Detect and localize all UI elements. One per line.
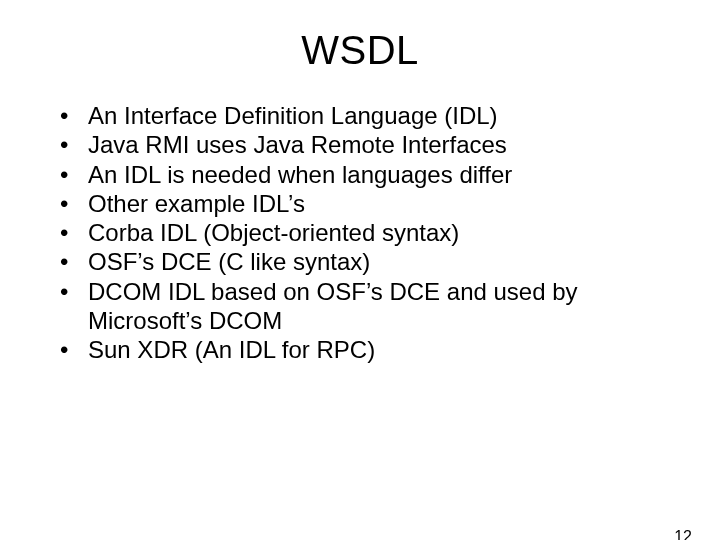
bullet-dot-icon: • — [54, 335, 88, 364]
bullet-text: Java RMI uses Java Remote Interfaces — [88, 130, 666, 159]
list-item: • Sun XDR (An IDL for RPC) — [54, 335, 666, 364]
slide: WSDL • An Interface Definition Language … — [0, 28, 720, 540]
bullet-text: Other example IDL’s — [88, 189, 666, 218]
list-item: • OSF’s DCE (C like syntax) — [54, 247, 666, 276]
list-item: • An IDL is needed when languages differ — [54, 160, 666, 189]
bullet-text: OSF’s DCE (C like syntax) — [88, 247, 666, 276]
list-item: • An Interface Definition Language (IDL) — [54, 101, 666, 130]
list-item: • Other example IDL’s — [54, 189, 666, 218]
bullet-dot-icon: • — [54, 277, 88, 306]
bullet-text: DCOM IDL based on OSF’s DCE and used by … — [88, 277, 666, 336]
bullet-dot-icon: • — [54, 218, 88, 247]
bullet-text: Corba IDL (Object-oriented syntax) — [88, 218, 666, 247]
page-number: 12 — [674, 528, 692, 540]
bullet-text: Sun XDR (An IDL for RPC) — [88, 335, 666, 364]
bullet-text: An Interface Definition Language (IDL) — [88, 101, 666, 130]
bullet-dot-icon: • — [54, 101, 88, 130]
slide-title: WSDL — [0, 28, 720, 73]
bullet-text: An IDL is needed when languages differ — [88, 160, 666, 189]
slide-body: • An Interface Definition Language (IDL)… — [0, 101, 720, 364]
list-item: • Corba IDL (Object-oriented syntax) — [54, 218, 666, 247]
list-item: • DCOM IDL based on OSF’s DCE and used b… — [54, 277, 666, 336]
bullet-dot-icon: • — [54, 247, 88, 276]
bullet-dot-icon: • — [54, 130, 88, 159]
list-item: • Java RMI uses Java Remote Interfaces — [54, 130, 666, 159]
bullet-list: • An Interface Definition Language (IDL)… — [54, 101, 666, 364]
bullet-dot-icon: • — [54, 160, 88, 189]
bullet-dot-icon: • — [54, 189, 88, 218]
